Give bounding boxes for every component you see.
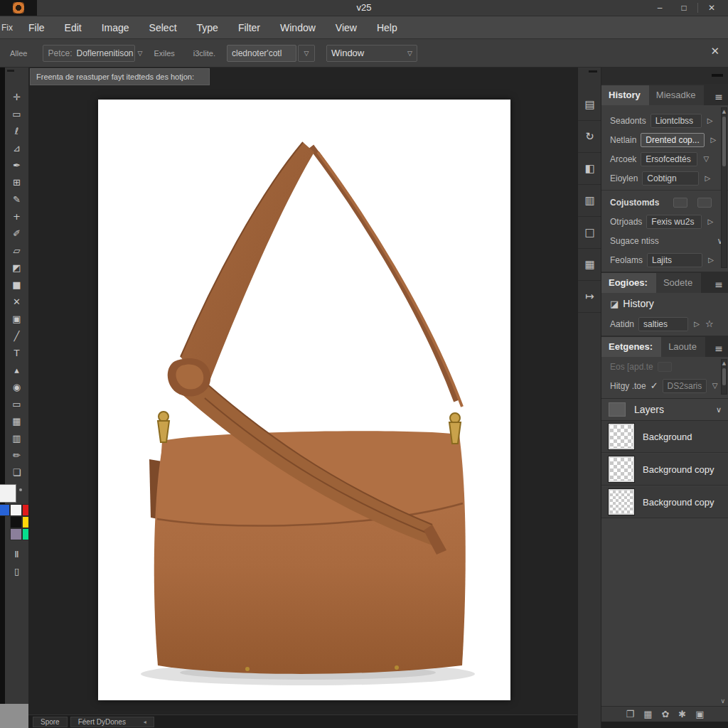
minimize-button[interactable]: – xyxy=(648,0,672,16)
close-button[interactable]: ✕ xyxy=(700,0,724,16)
panel-menu-icon[interactable]: ≡ xyxy=(714,91,723,105)
zoom-tool[interactable]: ❏ xyxy=(9,464,26,481)
options-input-dropdown-button[interactable]: ▽ xyxy=(298,45,315,62)
dropdown-field[interactable]: Cobtign xyxy=(642,171,699,186)
menu-item-type[interactable]: Type xyxy=(187,16,228,38)
history-scrollbar[interactable]: ▲ xyxy=(721,107,727,268)
slices-panel-icon[interactable]: ▦ xyxy=(578,249,601,281)
pen-tool[interactable]: ✒ xyxy=(9,157,26,174)
layer-row-background[interactable]: Background xyxy=(601,421,728,453)
tab-eetgenes[interactable]: Eetgenes: xyxy=(601,337,661,357)
dropdown-field-highlighted[interactable]: Drented cop... xyxy=(641,133,705,147)
align-icon[interactable]: ▥ xyxy=(578,185,601,217)
check-icon[interactable]: ✓ xyxy=(651,380,658,391)
eyedropper-tool[interactable]: ✎ xyxy=(9,191,26,208)
chevron-right-icon[interactable]: ▷ xyxy=(706,117,714,124)
menu-item-image[interactable]: Image xyxy=(92,16,139,38)
eraser-tool[interactable]: ▱ xyxy=(9,242,26,259)
adjustment-icon[interactable]: ✱ xyxy=(678,709,686,719)
scroll-up-icon[interactable]: ▲ xyxy=(722,360,727,367)
tab-sodete[interactable]: Sodete xyxy=(656,273,701,293)
slice-tool[interactable]: ▥ xyxy=(9,430,26,447)
grid-tool[interactable]: ▯ xyxy=(9,563,26,580)
menu-item-filter[interactable]: Filter xyxy=(228,16,270,38)
scrollbar-thumb[interactable] xyxy=(722,368,726,385)
column-tool[interactable]: Ⅱ xyxy=(9,546,26,563)
chevron-right-icon[interactable]: ▷ xyxy=(707,256,715,264)
dropdown-field[interactable]: Liontclbss xyxy=(651,114,702,128)
chevron-right-icon[interactable]: ▷ xyxy=(692,320,701,328)
polygon-lasso-tool[interactable]: ⊿ xyxy=(9,140,26,157)
layer-row-background-copy-2[interactable]: Background copy xyxy=(601,486,728,518)
options-dropdown-1[interactable]: Petce: Doflernenitison ▽ xyxy=(43,45,135,62)
layer-thumbnail[interactable] xyxy=(609,489,634,515)
swatch-black[interactable] xyxy=(10,516,22,528)
menu-item-window[interactable]: Window xyxy=(270,16,326,38)
chevron-down-icon[interactable]: ▽ xyxy=(711,382,719,390)
layer-thumbnail[interactable] xyxy=(609,456,634,482)
shape-tool[interactable]: ■ xyxy=(9,277,26,294)
foreground-color-swatch[interactable] xyxy=(0,484,16,503)
path-select-tool[interactable]: ▴ xyxy=(9,362,26,379)
scroll-up-icon[interactable]: ▲ xyxy=(722,108,727,115)
clone-stamp-tool[interactable]: ◩ xyxy=(9,259,26,277)
brush-tool[interactable]: ✐ xyxy=(9,225,26,242)
dropdown-field[interactable]: Ersofcedtés xyxy=(641,152,697,166)
frame-tool[interactable]: ▦ xyxy=(9,413,26,430)
canvas-area[interactable] xyxy=(28,68,577,714)
star-icon[interactable]: ☆ xyxy=(705,318,714,329)
layer-row-background-copy-1[interactable]: Background copy xyxy=(601,454,728,486)
new-layer-icon[interactable]: ▣ xyxy=(695,709,704,719)
tab-eogioes[interactable]: Eogioes: xyxy=(601,273,656,293)
status-left[interactable]: Spore xyxy=(33,717,68,727)
chevron-down-icon[interactable]: ▽ xyxy=(702,155,710,163)
panel-collapse-icon[interactable] xyxy=(712,74,723,77)
chevron-right-icon[interactable]: ▷ xyxy=(709,136,717,144)
options-input[interactable]: clednoter'cotl xyxy=(227,45,296,62)
menu-item-view[interactable]: View xyxy=(326,16,367,38)
crosshair-tool[interactable]: + xyxy=(9,208,26,225)
tab-history[interactable]: History xyxy=(601,85,649,105)
chevron-down-icon[interactable]: ∨ xyxy=(720,697,725,705)
dropdown-field[interactable]: DS2saris xyxy=(663,379,707,393)
document-canvas[interactable] xyxy=(98,100,510,700)
grid-icon[interactable]: ▦ xyxy=(643,709,652,719)
swatch-white[interactable] xyxy=(10,504,22,516)
effects-icon[interactable]: ✿ xyxy=(661,709,669,719)
type-tool[interactable]: T xyxy=(9,345,26,362)
menu-item-file[interactable]: File xyxy=(18,16,55,38)
swatch-purple[interactable] xyxy=(10,528,22,540)
folder-icon[interactable]: ❐ xyxy=(626,709,634,719)
menu-item-edit[interactable]: Edit xyxy=(55,16,92,38)
strip-collapse-icon[interactable] xyxy=(589,70,597,73)
artboard-panel-icon[interactable]: □ xyxy=(578,217,601,249)
ellipse-tool[interactable]: ◉ xyxy=(9,379,26,396)
close-icon[interactable]: ✕ xyxy=(710,45,719,58)
scrollbar-thumb[interactable] xyxy=(722,117,726,166)
export-icon[interactable]: ◧ xyxy=(578,153,601,185)
mini-toggle-2[interactable] xyxy=(697,198,712,208)
tab-miesadke[interactable]: Miesadke xyxy=(649,85,705,105)
layers-header[interactable]: Layers ∨ xyxy=(601,398,728,421)
marquee-tool[interactable]: ▭ xyxy=(9,106,26,123)
layer-thumbnail[interactable] xyxy=(609,424,634,449)
status-right[interactable]: Féert DyDones ◂ xyxy=(70,717,154,727)
menu-item-help[interactable]: Help xyxy=(367,16,407,38)
line-tool[interactable]: ╱ xyxy=(9,328,26,345)
panel-menu-icon[interactable]: ≡ xyxy=(714,279,723,293)
layer-comps-icon[interactable]: ▤ xyxy=(578,89,601,121)
rectangle-tool[interactable]: ▭ xyxy=(9,396,26,413)
dropdown-field[interactable]: Lajits xyxy=(647,253,702,267)
artboard-tool[interactable]: ▣ xyxy=(9,311,26,328)
swatch-blue[interactable] xyxy=(0,504,10,516)
dropdown-field[interactable]: Fexis wu2s xyxy=(646,215,702,229)
send-panel-icon[interactable]: ↦ xyxy=(578,281,601,313)
crop-tool[interactable]: ⊞ xyxy=(9,174,26,191)
history-list-item[interactable]: ◪ History xyxy=(601,293,728,314)
rotate-view-icon[interactable]: ↻ xyxy=(578,121,601,153)
panel-menu-icon[interactable]: ≡ xyxy=(714,343,723,357)
properties-scrollbar[interactable]: ▲ xyxy=(721,359,727,395)
dropdown-field[interactable]: salties xyxy=(638,317,688,331)
maximize-button[interactable]: □ xyxy=(672,0,696,16)
chevron-right-icon[interactable]: ▷ xyxy=(706,218,714,225)
